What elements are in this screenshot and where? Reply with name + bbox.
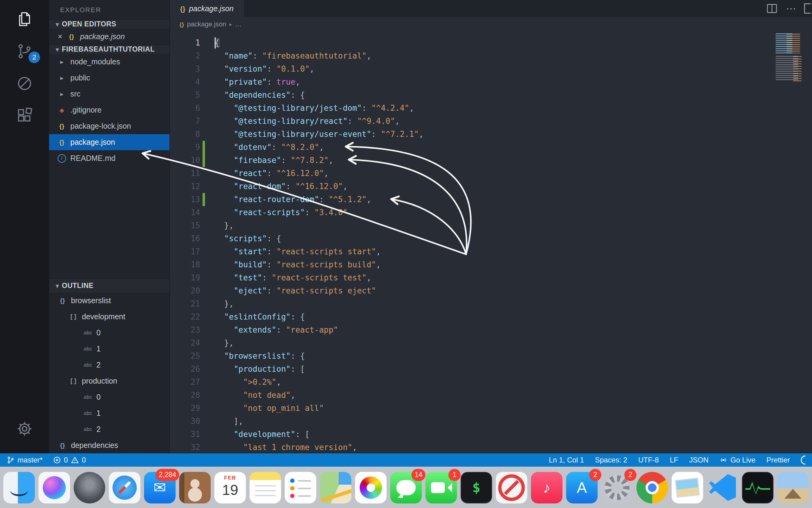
dock-item[interactable] [109, 472, 140, 503]
dock-item[interactable]: 1 [425, 472, 457, 503]
code-line[interactable]: 27 ">0.2%", [170, 376, 812, 389]
code-line[interactable]: 6 "@testing-library/jest-dom": "^4.2.4", [170, 102, 812, 115]
outline-item[interactable]: 1 [49, 341, 170, 357]
code-line[interactable]: 13 "react-router-dom": "^5.1.2", [170, 193, 812, 206]
file-row[interactable]: public [49, 70, 170, 86]
settings-gear-button[interactable] [0, 413, 49, 445]
code-line[interactable]: 1 { [170, 36, 812, 49]
outline-item[interactable]: development [49, 309, 170, 325]
dock-item[interactable] [179, 472, 211, 503]
outline-item[interactable]: 1 [49, 405, 170, 421]
explorer-button[interactable] [0, 3, 49, 35]
file-row[interactable]: src [49, 86, 170, 102]
outline-item[interactable]: 2 [49, 357, 170, 373]
dock-item[interactable] [636, 472, 668, 503]
language-mode[interactable]: JSON [689, 456, 709, 464]
file-row[interactable]: node_modules [49, 54, 170, 70]
code-line[interactable]: 12 "react-dom": "^16.12.0", [170, 180, 812, 193]
code-line[interactable]: 3 "version": "0.1.0", [170, 62, 812, 76]
dock-item[interactable] [707, 472, 738, 503]
indentation-setting[interactable]: Spaces: 2 [595, 456, 627, 464]
code-editor[interactable]: 1 { 2 "name": "firebaseauthtutorial", [170, 32, 812, 453]
code-line[interactable]: 5 "dependencies": { [170, 89, 812, 102]
code-line[interactable]: 14 "react-scripts": "3.4.0" [170, 206, 812, 219]
encoding-setting[interactable]: UTF-8 [638, 456, 659, 464]
outline-item[interactable]: production [49, 373, 170, 389]
code-line[interactable]: 20 "eject": "react-scripts eject" [170, 284, 812, 297]
code-line[interactable]: 31 "development": [ [170, 428, 812, 441]
code-line[interactable]: 4 "private": true, [170, 76, 812, 89]
dock-item[interactable]: 14 [390, 472, 422, 503]
minimap[interactable] [776, 33, 808, 84]
dock-item[interactable] [39, 472, 70, 503]
dock-item[interactable] [777, 472, 809, 503]
code-line[interactable]: 25 "browserslist": { [170, 350, 812, 363]
eol-setting[interactable]: LF [670, 456, 678, 464]
branch-indicator[interactable]: master* [7, 456, 43, 464]
outline-item[interactable]: dependencies [49, 437, 170, 453]
code-line[interactable]: 16 "scripts": { [170, 232, 812, 245]
dock-item[interactable] [742, 472, 773, 503]
code-line[interactable]: 30 ], [170, 415, 812, 428]
code-line[interactable]: 24 }, [170, 337, 812, 350]
source-control-button[interactable]: 2 [0, 35, 49, 68]
circle-slash-button[interactable] [0, 68, 49, 99]
code-line[interactable]: 26 "production": [ [170, 363, 812, 376]
code-line[interactable]: 9 "dotenv": "^8.2.0", [170, 141, 812, 154]
outline-item[interactable]: 2 [49, 421, 170, 437]
dock-item[interactable]: $ [461, 472, 492, 503]
code-line[interactable]: 10 "firebase": "^7.8.2", [170, 154, 812, 167]
code-line[interactable]: 8 "@testing-library/user-event": "^7.2.1… [170, 128, 812, 141]
tab-package-json[interactable]: package.json [170, 0, 244, 17]
dock-item[interactable]: ♪ [531, 472, 563, 503]
go-live-button[interactable]: Go Live [719, 456, 756, 464]
dock-item[interactable] [285, 472, 316, 503]
feedback-icon[interactable] [801, 456, 805, 465]
dock-item[interactable] [496, 472, 527, 503]
dock-item[interactable] [355, 472, 387, 503]
file-row[interactable]: README.md [49, 150, 170, 166]
file-row[interactable]: package-lock.json [49, 118, 170, 134]
dock-item[interactable] [3, 472, 35, 503]
dock-item[interactable] [74, 472, 105, 503]
dock-item[interactable]: 2 A [566, 472, 598, 503]
file-row[interactable]: .gitignore [49, 102, 170, 118]
code-line[interactable]: 2 "name": "firebaseauthtutorial", [170, 49, 812, 62]
dock-item[interactable]: FEB 19 [214, 472, 246, 503]
outline-item[interactable]: browserslist [49, 293, 170, 309]
dock-item[interactable] [320, 472, 351, 503]
code-line[interactable]: 21 }, [170, 297, 812, 310]
dock-item[interactable] [672, 472, 703, 503]
breadcrumb[interactable]: package.json ▸ … [170, 17, 812, 32]
section-folder[interactable]: FIREBASEAUTHTUTORIAL [49, 45, 170, 54]
split-editor-icon[interactable] [766, 2, 778, 14]
extensions-button[interactable] [0, 99, 49, 132]
code-line[interactable]: 29 "not op_mini all" [170, 402, 812, 415]
code-line[interactable]: 11 "react": "^16.12.0", [170, 167, 812, 180]
close-icon[interactable] [54, 32, 66, 41]
code-line[interactable]: 19 "test": "react-scripts test", [170, 271, 812, 284]
dock-item[interactable] [249, 472, 281, 503]
code-line[interactable]: 18 "build": "react-scripts build", [170, 258, 812, 271]
outline-item[interactable]: 0 [49, 325, 170, 341]
problems-indicator[interactable]: 0 0 [53, 456, 86, 464]
code-line[interactable]: 17 "start": "react-scripts start", [170, 245, 812, 258]
code-line[interactable]: 7 "@testing-library/react": "^9.4.0", [170, 115, 812, 128]
dock-item[interactable]: 2 [601, 472, 633, 503]
breadcrumb-file[interactable]: package.json [187, 20, 227, 28]
cursor-position[interactable]: Ln 1, Col 1 [549, 456, 584, 464]
section-outline[interactable]: OUTLINE [49, 279, 170, 293]
code-line[interactable]: 22 "eslintConfig": { [170, 310, 812, 324]
section-open-editors[interactable]: OPEN EDITORS [49, 19, 170, 29]
outline-item[interactable]: 0 [49, 389, 170, 405]
prettier-indicator[interactable]: Prettier [767, 456, 790, 464]
more-actions-icon[interactable]: ⋯ [786, 2, 796, 14]
file-row[interactable]: package.json [49, 134, 170, 150]
breadcrumb-more[interactable]: … [235, 20, 242, 28]
code-line[interactable]: 23 "extends": "react-app" [170, 324, 812, 337]
code-line[interactable]: 32 "last 1 chrome version", [170, 441, 812, 453]
code-line[interactable]: 28 "not dead", [170, 389, 812, 402]
code-line[interactable]: 15 }, [170, 219, 812, 232]
open-editor-item[interactable]: package.json [49, 29, 170, 45]
dock-item[interactable]: 2,284 ✉ [144, 472, 176, 503]
